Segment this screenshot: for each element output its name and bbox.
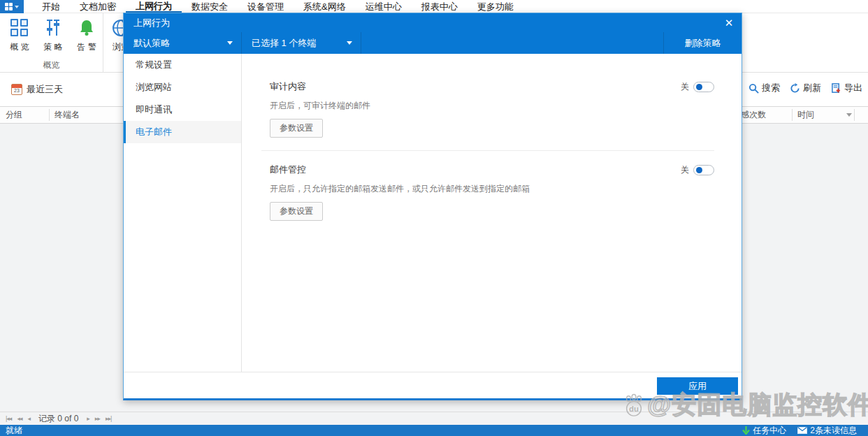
ribbon-group-label: 概览 xyxy=(0,59,103,71)
refresh-action-label: 刷新 xyxy=(803,82,821,94)
tab-start[interactable]: 开始 xyxy=(32,0,70,13)
envelope-icon xyxy=(797,427,807,434)
audit-content-title: 审计内容 xyxy=(270,80,306,93)
unread-messages-button[interactable]: 2条未读信息 xyxy=(797,425,857,436)
internet-behavior-dialog: 上网行为 ✕ 默认策略 已选择 1 个终端 删除策略 常规设置 浏览网站 即时通… xyxy=(123,13,742,400)
tab-device-management[interactable]: 设备管理 xyxy=(238,0,294,13)
app-window: 开始 文档加密 上网行为 数据安全 设备管理 系统&网络 运维中心 报表中心 更… xyxy=(0,0,868,436)
alert-tool-button[interactable]: 告 警 xyxy=(71,17,103,57)
refresh-icon xyxy=(790,83,800,94)
section-divider xyxy=(261,150,714,151)
dialog-title: 上网行为 xyxy=(133,17,170,29)
dialog-selector-row: 默认策略 已选择 1 个终端 删除策略 xyxy=(124,32,742,54)
status-bar: 就绪 任务中心 2条未读信息 xyxy=(0,425,868,436)
audit-param-settings-button[interactable]: 参数设置 xyxy=(270,119,323,138)
pager-last-button[interactable]: ▸▸| xyxy=(106,415,111,422)
export-action-label: 导出 xyxy=(844,82,862,94)
refresh-action-button[interactable]: 刷新 xyxy=(790,82,821,94)
export-action-button[interactable]: 导出 xyxy=(831,82,862,94)
date-range-filter[interactable]: 23 最近三天 xyxy=(11,83,63,96)
delete-policy-button[interactable]: 删除策略 xyxy=(663,32,742,54)
app-menu-icon xyxy=(5,3,13,10)
column-header-group[interactable]: 分组 xyxy=(0,107,49,123)
ribbon-group-overview: 概 览 策 略 xyxy=(0,13,103,73)
sidebar-item-browse-websites[interactable]: 浏览网站 xyxy=(124,76,241,99)
overview-grid-icon xyxy=(10,19,29,37)
tab-system-network[interactable]: 系统&网络 xyxy=(294,0,356,13)
chevron-down-icon xyxy=(15,6,19,8)
ribbon-tabstrip: 开始 文档加密 上网行为 数据安全 设备管理 系统&网络 运维中心 报表中心 更… xyxy=(0,0,868,13)
pager-first-button[interactable]: |◂◂ xyxy=(6,415,11,422)
app-menu-button[interactable] xyxy=(0,0,24,13)
tab-ops-center[interactable]: 运维中心 xyxy=(356,0,412,13)
pager-prev-button[interactable]: ◂ xyxy=(27,415,30,422)
mail-control-section: 邮件管控 关 开启后，只允许指定的邮箱发送邮件，或只允许邮件发送到指定的邮箱 参… xyxy=(270,164,714,221)
tab-doc-encryption[interactable]: 文档加密 xyxy=(70,0,126,13)
unread-messages-label: 2条未读信息 xyxy=(810,425,857,436)
sidebar-item-email[interactable]: 电子邮件 xyxy=(124,121,241,143)
alert-tool-label: 告 警 xyxy=(77,41,96,53)
tab-more-features[interactable]: 更多功能 xyxy=(468,0,523,13)
sort-caret-icon xyxy=(846,113,852,117)
dialog-body: 常规设置 浏览网站 即时通讯 电子邮件 审计内容 关 开启后，可审计终端的邮件 … xyxy=(124,54,742,372)
export-file-icon xyxy=(831,83,841,94)
overview-tool-button[interactable]: 概 览 xyxy=(3,17,36,57)
dialog-sidebar: 常规设置 浏览网站 即时通讯 电子邮件 xyxy=(124,54,242,372)
tab-report-center[interactable]: 报表中心 xyxy=(412,0,468,13)
search-icon xyxy=(748,83,759,94)
mail-control-toggle-state-label: 关 xyxy=(681,164,689,176)
search-action-label: 搜索 xyxy=(762,82,780,94)
download-arrow-icon xyxy=(742,426,750,435)
status-ready-label: 就绪 xyxy=(6,425,22,436)
audit-content-description: 开启后，可审计终端的邮件 xyxy=(270,100,714,112)
pager-next-button[interactable]: ▸ xyxy=(87,415,89,422)
tab-internet-behavior[interactable]: 上网行为 xyxy=(126,0,182,13)
sidebar-item-general-settings[interactable]: 常规设置 xyxy=(124,54,241,76)
bell-icon xyxy=(78,19,96,37)
date-range-label: 最近三天 xyxy=(27,83,63,96)
audit-content-toggle[interactable] xyxy=(693,82,714,92)
tab-data-security[interactable]: 数据安全 xyxy=(182,0,238,13)
overview-tool-label: 概 览 xyxy=(10,41,29,53)
mail-control-title: 邮件管控 xyxy=(270,164,306,176)
audit-content-section: 审计内容 关 开启后，可审计终端的邮件 参数设置 xyxy=(270,80,714,138)
pager-next-page-button[interactable]: ▸▸ xyxy=(95,415,100,422)
sidebar-item-instant-messaging[interactable]: 即时通讯 xyxy=(124,99,241,121)
policy-dropdown-value: 默认策略 xyxy=(133,37,170,50)
policy-tool-label: 策 略 xyxy=(43,41,62,53)
column-header-time-label: 时间 xyxy=(797,109,814,121)
policy-tool-button[interactable]: 策 略 xyxy=(37,17,69,57)
mail-control-param-settings-button[interactable]: 参数设置 xyxy=(270,202,323,221)
audit-toggle-state-label: 关 xyxy=(681,81,689,93)
terminal-dropdown-value: 已选择 1 个终端 xyxy=(252,37,316,50)
dialog-footer: 应用 xyxy=(124,372,742,398)
policy-dropdown[interactable]: 默认策略 xyxy=(124,32,242,54)
mail-control-description: 开启后，只允许指定的邮箱发送邮件，或只允许邮件发送到指定的邮箱 xyxy=(270,183,714,195)
search-action-button[interactable]: 搜索 xyxy=(748,82,780,94)
terminal-dropdown[interactable]: 已选择 1 个终端 xyxy=(242,32,361,54)
sliders-icon xyxy=(44,19,62,37)
close-icon[interactable]: ✕ xyxy=(716,13,742,32)
task-center-button[interactable]: 任务中心 xyxy=(742,425,786,436)
pager-prev-page-button[interactable]: ◂◂ xyxy=(17,415,22,422)
pager-record-count: 记录 0 of 0 xyxy=(38,413,78,425)
email-settings-pane: 审计内容 关 开启后，可审计终端的邮件 参数设置 邮件管控 关 xyxy=(242,54,742,372)
chevron-down-icon xyxy=(227,41,233,45)
apply-button[interactable]: 应用 xyxy=(657,377,738,395)
column-header-time[interactable]: 时间 xyxy=(792,107,854,123)
chevron-down-icon xyxy=(347,41,352,45)
pager-bar: |◂◂ ◂◂ ◂ 记录 0 of 0 ▸ ▸▸ ▸▸| xyxy=(0,412,868,425)
mail-control-toggle[interactable] xyxy=(693,165,714,175)
task-center-label: 任务中心 xyxy=(753,425,786,436)
ribbon-tabs: 开始 文档加密 上网行为 数据安全 设备管理 系统&网络 运维中心 报表中心 更… xyxy=(32,0,523,13)
dialog-titlebar: 上网行为 ✕ xyxy=(124,13,742,32)
calendar-icon: 23 xyxy=(11,84,22,95)
